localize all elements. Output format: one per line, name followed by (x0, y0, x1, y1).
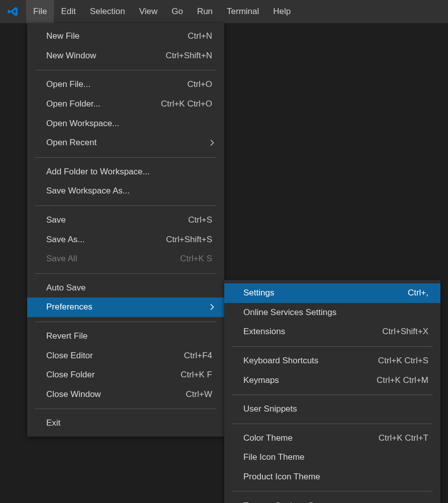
menu-item-shortcut: Ctrl+K F (181, 370, 212, 380)
pref-menu-item-online-services-settings[interactable]: Online Services Settings (224, 303, 440, 323)
file-menu-item-preferences[interactable]: Preferences (27, 297, 224, 317)
menu-separator (232, 346, 432, 347)
file-menu-item-revert-file[interactable]: Revert File (27, 327, 224, 346)
vscode-icon (2, 6, 26, 18)
file-menu-item-save-as[interactable]: Save As...Ctrl+Shift+S (27, 230, 224, 249)
menu-item-label: Online Services Settings (243, 308, 428, 318)
menu-item-label: Extensions (243, 327, 370, 337)
file-menu-item-close-editor[interactable]: Close EditorCtrl+F4 (27, 346, 224, 365)
menu-item-label: Save All (46, 254, 168, 264)
menu-item-label: Preferences (46, 302, 212, 312)
chevron-right-icon (209, 304, 215, 310)
menu-item-label: Add Folder to Workspace... (46, 167, 212, 177)
menu-item-label: User Snippets (243, 404, 428, 414)
menu-selection[interactable]: Selection (83, 0, 132, 23)
menu-separator (35, 409, 216, 409)
menu-item-label: Close Folder (46, 370, 168, 380)
menu-item-label: Open Recent (46, 138, 212, 148)
menu-item-shortcut: Ctrl+F4 (184, 351, 212, 361)
file-menu-item-close-window[interactable]: Close WindowCtrl+W (27, 385, 224, 405)
menu-view[interactable]: View (132, 0, 165, 23)
menu-item-shortcut: Ctrl+Shift+X (382, 327, 428, 337)
preferences-submenu: SettingsCtrl+,Online Services SettingsEx… (224, 280, 440, 503)
menu-item-label: Color Theme (243, 433, 367, 443)
menu-separator (35, 70, 216, 70)
menu-item-label: Auto Save (46, 283, 212, 293)
menu-separator (35, 157, 216, 158)
menu-item-label: Save (46, 215, 176, 225)
menubar: File Edit Selection View Go Run Terminal… (0, 0, 448, 23)
menu-item-label: Keyboard Shortcuts (243, 356, 366, 366)
file-menu-item-open-recent[interactable]: Open Recent (27, 133, 224, 153)
file-menu-item-open-workspace[interactable]: Open Workspace... (27, 114, 224, 133)
menu-item-label: New Window (46, 51, 153, 61)
file-menu-item-save[interactable]: SaveCtrl+S (27, 211, 224, 230)
pref-menu-item-product-icon-theme[interactable]: Product Icon Theme (224, 467, 440, 487)
pref-menu-item-extensions[interactable]: ExtensionsCtrl+Shift+X (224, 322, 440, 342)
file-menu-item-save-all[interactable]: Save AllCtrl+K S (27, 249, 224, 269)
file-menu-item-exit[interactable]: Exit (27, 414, 224, 433)
chevron-right-icon (209, 140, 215, 146)
menu-item-shortcut: Ctrl+N (188, 31, 212, 41)
pref-menu-item-color-theme[interactable]: Color ThemeCtrl+K Ctrl+T (224, 429, 440, 448)
pref-menu-item-keymaps[interactable]: KeymapsCtrl+K Ctrl+M (224, 370, 440, 390)
menu-item-shortcut: Ctrl+K Ctrl+S (378, 356, 428, 366)
menu-item-label: Settings (243, 288, 396, 298)
menu-item-label: Open File... (46, 79, 175, 89)
menu-terminal[interactable]: Terminal (220, 0, 266, 23)
file-menu-item-new-file[interactable]: New FileCtrl+N (27, 27, 224, 46)
menu-item-label: Revert File (46, 331, 212, 341)
menu-item-label: File Icon Theme (243, 452, 428, 462)
menu-item-label: Open Workspace... (46, 119, 212, 129)
menu-item-label: Open Folder... (46, 99, 149, 109)
menu-item-shortcut: Ctrl+K Ctrl+T (379, 433, 428, 443)
menu-item-shortcut: Ctrl+S (188, 215, 212, 225)
file-menu-item-open-file[interactable]: Open File...Ctrl+O (27, 75, 224, 94)
file-menu-item-open-folder[interactable]: Open Folder...Ctrl+K Ctrl+O (27, 94, 224, 114)
menu-go[interactable]: Go (164, 0, 190, 23)
menu-item-label: Close Editor (46, 351, 172, 361)
menu-separator (35, 273, 216, 274)
menu-item-label: Product Icon Theme (243, 472, 428, 482)
menu-item-label: Close Window (46, 389, 174, 399)
menu-separator (35, 206, 216, 206)
file-menu-item-auto-save[interactable]: Auto Save (27, 278, 224, 298)
pref-menu-item-keyboard-shortcuts[interactable]: Keyboard ShortcutsCtrl+K Ctrl+S (224, 351, 440, 371)
menu-separator (232, 491, 432, 491)
file-menu-item-close-folder[interactable]: Close FolderCtrl+K F (27, 365, 224, 385)
menu-separator (35, 322, 216, 322)
pref-menu-item-turn-on-settings-sync[interactable]: Turn on Settings Sync... (224, 496, 440, 503)
pref-menu-item-user-snippets[interactable]: User Snippets (224, 399, 440, 419)
menu-item-shortcut: Ctrl+K Ctrl+M (377, 375, 428, 385)
menu-run[interactable]: Run (190, 0, 220, 23)
menu-file[interactable]: File (26, 0, 54, 23)
file-menu-item-new-window[interactable]: New WindowCtrl+Shift+N (27, 46, 224, 66)
file-menu-item-save-workspace-as[interactable]: Save Workspace As... (27, 181, 224, 201)
menu-separator (232, 424, 432, 424)
file-dropdown-menu: New FileCtrl+NNew WindowCtrl+Shift+NOpen… (27, 23, 224, 437)
menu-separator (232, 394, 432, 395)
menu-item-label: Save As... (46, 235, 154, 245)
menu-item-label: New File (46, 31, 175, 41)
menu-help[interactable]: Help (266, 0, 298, 23)
menu-item-shortcut: Ctrl+K S (180, 254, 212, 264)
menu-edit[interactable]: Edit (54, 0, 82, 23)
pref-menu-item-settings[interactable]: SettingsCtrl+, (224, 283, 440, 303)
pref-menu-item-file-icon-theme[interactable]: File Icon Theme (224, 448, 440, 467)
menu-item-shortcut: Ctrl+K Ctrl+O (161, 99, 212, 109)
file-menu-item-add-folder-to-workspace[interactable]: Add Folder to Workspace... (27, 162, 224, 182)
menu-item-shortcut: Ctrl+, (408, 288, 428, 298)
menu-item-shortcut: Ctrl+Shift+N (165, 51, 212, 61)
menu-item-shortcut: Ctrl+W (186, 389, 212, 399)
menu-item-label: Turn on Settings Sync... (243, 501, 428, 503)
menu-item-label: Exit (46, 418, 212, 428)
menu-item-label: Save Workspace As... (46, 186, 212, 196)
menu-item-shortcut: Ctrl+Shift+S (166, 235, 212, 245)
menu-item-label: Keymaps (243, 375, 365, 385)
menu-item-shortcut: Ctrl+O (187, 79, 212, 89)
